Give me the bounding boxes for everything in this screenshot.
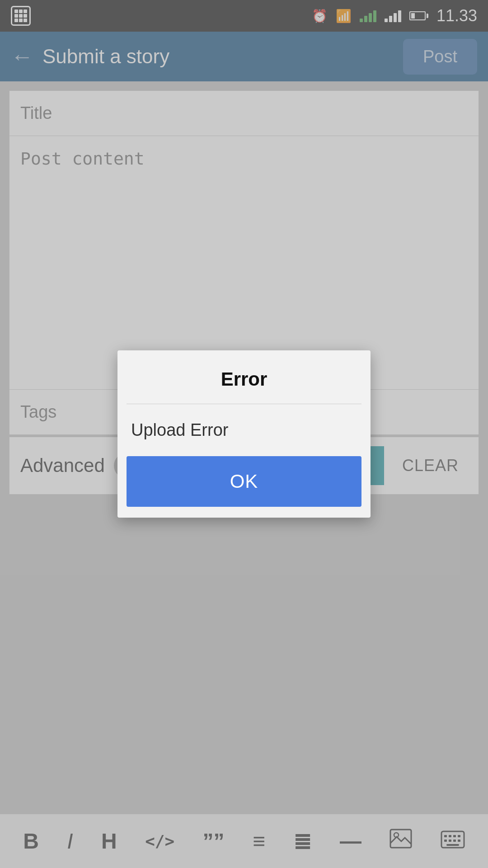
error-dialog: Error Upload Error OK bbox=[117, 350, 371, 518]
dialog-title: Error bbox=[117, 350, 371, 404]
dialog-ok-button[interactable]: OK bbox=[127, 456, 361, 507]
dialog-message: Upload Error bbox=[117, 404, 371, 456]
dialog-overlay: Error Upload Error OK bbox=[0, 0, 488, 868]
